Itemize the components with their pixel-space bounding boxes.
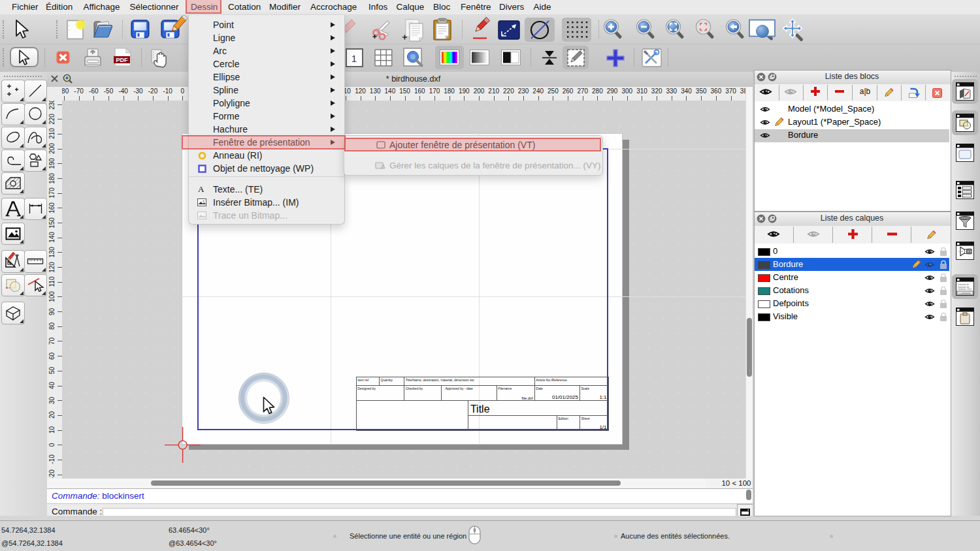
svg-text:< command: < command — [958, 292, 970, 294]
svg-text:Command: bla: Command: bla — [958, 283, 969, 286]
svg-text:Coordinate: 100,0: Coordinate: 100,0 — [958, 288, 972, 291]
svg-text:PDF: PDF — [116, 57, 129, 63]
svg-text:Command: line: Command: line — [958, 286, 970, 289]
svg-text:1: 1 — [351, 53, 357, 64]
